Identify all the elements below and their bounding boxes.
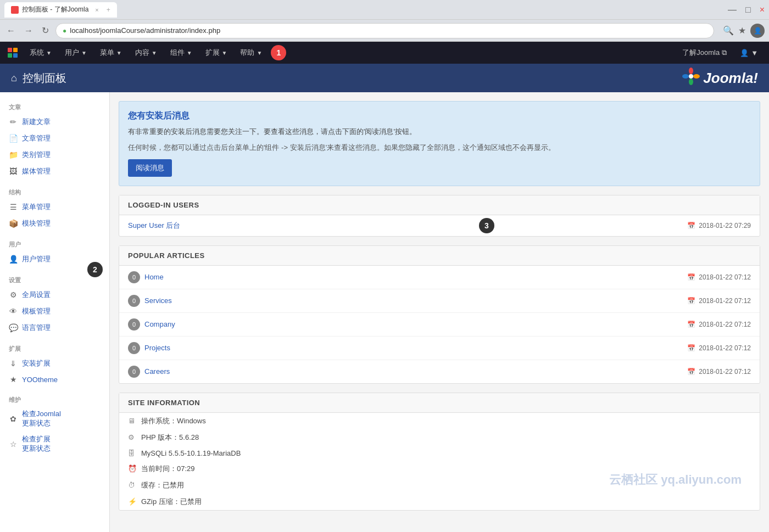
secure-icon: ● bbox=[63, 27, 66, 35]
topnav-num-circle-1: 1 bbox=[271, 45, 286, 60]
svg-point-4 bbox=[689, 74, 693, 79]
sidebar-item-global-config[interactable]: ⚙ 全局设置 bbox=[0, 287, 109, 303]
popular-row-2: 0 Company 📅 2018-01-22 07:12 bbox=[119, 313, 760, 337]
info-row-os: 🖥 操作系统：Windows bbox=[119, 413, 760, 429]
external-link-icon: ⧉ bbox=[722, 48, 727, 57]
content-area: 您有安装后消息 有非常重要的安装后消息需要您关注一下。要查看这些消息，请点击下面… bbox=[110, 92, 769, 532]
nav-menu-arrow: ▼ bbox=[116, 50, 122, 56]
win-minimize-btn[interactable]: — bbox=[728, 5, 737, 15]
win-maximize-btn[interactable]: □ bbox=[745, 5, 751, 15]
info-row-cache: ⏱ 缓存：已禁用 bbox=[119, 477, 760, 494]
refresh-btn[interactable]: ↻ bbox=[40, 23, 51, 38]
sidebar-item-language-manage[interactable]: 💬 语言管理 bbox=[0, 320, 109, 336]
joomla-flower-icon bbox=[681, 66, 701, 90]
calendar-icon-0: 📅 bbox=[687, 273, 695, 281]
search-icon[interactable]: 🔍 bbox=[723, 25, 734, 36]
new-tab-btn[interactable]: + bbox=[107, 6, 110, 14]
win-close-btn[interactable]: × bbox=[760, 5, 765, 15]
nav-system-arrow: ▼ bbox=[46, 50, 52, 56]
sidebar-num-circle-2: 2 bbox=[87, 262, 103, 277]
nav-help[interactable]: 帮助 ▼ bbox=[233, 42, 269, 64]
article-date-1: 📅 2018-01-22 07:12 bbox=[687, 297, 751, 305]
article-date-3: 📅 2018-01-22 07:12 bbox=[687, 344, 751, 352]
info-row-gzip: ⚡ GZip 压缩：已禁用 bbox=[119, 494, 760, 510]
sidebar-item-install-extend[interactable]: ⇓ 安装扩展 bbox=[0, 355, 109, 372]
home-icon: ⌂ bbox=[11, 72, 17, 84]
dashboard-title-area: ⌂ 控制面板 bbox=[11, 71, 66, 86]
bookmark-icon[interactable]: ★ bbox=[738, 25, 746, 36]
page-title: 控制面板 bbox=[23, 71, 66, 86]
post-install-box: 您有安装后消息 有非常重要的安装后消息需要您关注一下。要查看这些消息，请点击下面… bbox=[119, 101, 760, 186]
sidebar-item-article-manage[interactable]: 📄 文章管理 bbox=[0, 130, 109, 147]
sidebar-label-check-extend: 检查扩展更新状态 bbox=[22, 435, 51, 453]
calendar-icon-2: 📅 bbox=[687, 321, 695, 328]
popular-row-4: 0 Careers 📅 2018-01-22 07:12 bbox=[119, 360, 760, 383]
article-num-1: 0 bbox=[128, 295, 140, 307]
svg-point-8 bbox=[682, 74, 689, 79]
article-date-2: 📅 2018-01-22 07:12 bbox=[687, 321, 751, 328]
nav-menu[interactable]: 菜单 ▼ bbox=[93, 42, 129, 64]
sidebar-label-yootheme: YOOtheme bbox=[22, 376, 58, 384]
dashboard-header: ⌂ 控制面板 Joomla! bbox=[0, 64, 769, 92]
article-num-2: 0 bbox=[128, 318, 140, 331]
article-link-2[interactable]: Company bbox=[144, 320, 175, 328]
tab-close-btn[interactable]: × bbox=[95, 7, 98, 13]
sidebar-item-yootheme[interactable]: ★ YOOtheme bbox=[0, 372, 109, 387]
user-menu[interactable]: 👤 ▼ bbox=[735, 42, 762, 64]
sidebar-item-check-joomla[interactable]: ✿ 检查Joomlal更新状态 bbox=[0, 406, 109, 432]
sidebar-item-menu-manage[interactable]: ☰ 菜单管理 bbox=[0, 199, 109, 215]
sidebar-label-category-manage: 类别管理 bbox=[22, 150, 51, 160]
content-num-circle-3: 3 bbox=[479, 218, 494, 233]
sidebar-item-template-manage[interactable]: 👁 模板管理 bbox=[0, 303, 109, 320]
article-num-0: 0 bbox=[128, 271, 140, 283]
calendar-icon-3: 📅 bbox=[687, 344, 695, 352]
sidebar-item-module-manage[interactable]: 📦 模块管理 bbox=[0, 215, 109, 232]
nav-system[interactable]: 系统 ▼ bbox=[23, 42, 58, 64]
nav-extend[interactable]: 扩展 ▼ bbox=[199, 42, 234, 64]
edit-icon: ✏ bbox=[9, 117, 18, 126]
forward-btn[interactable]: → bbox=[22, 24, 35, 38]
article-num-3: 0 bbox=[128, 342, 140, 354]
clock-icon: ⏰ bbox=[128, 464, 137, 473]
address-input[interactable]: ● localhost/joomlaCourse/administrator/i… bbox=[55, 23, 714, 38]
article-link-4[interactable]: Careers bbox=[144, 367, 170, 376]
window-controls: — □ × bbox=[728, 5, 765, 15]
article-link-1[interactable]: Services bbox=[144, 296, 172, 305]
article-link-3[interactable]: Projects bbox=[144, 344, 170, 352]
post-install-text2: 任何时候，您都可以通过点击后台菜单上的'组件 -> 安装后消息'来查看这些消息。… bbox=[128, 142, 751, 154]
nav-content[interactable]: 内容 ▼ bbox=[129, 42, 164, 64]
read-messages-btn[interactable]: 阅读消息 bbox=[128, 159, 172, 177]
nav-component[interactable]: 组件 ▼ bbox=[164, 42, 199, 64]
sidebar-label-template-manage: 模板管理 bbox=[22, 306, 51, 316]
sidebar-label-module-manage: 模块管理 bbox=[22, 219, 51, 228]
nav-user[interactable]: 用户 ▼ bbox=[58, 42, 93, 64]
article-link-0[interactable]: Home bbox=[144, 273, 164, 281]
sidebar-label-global-config: 全局设置 bbox=[22, 290, 51, 300]
gear-icon: ⚙ bbox=[9, 290, 18, 299]
php-icon: ⚙ bbox=[128, 433, 137, 441]
sidebar: 文章 ✏ 新建文章 📄 文章管理 📁 类别管理 🖼 媒体管理 结构 ☰ 菜单管理… bbox=[0, 92, 110, 532]
monitor-icon: 🖥 bbox=[128, 417, 137, 425]
back-btn[interactable]: ← bbox=[4, 24, 18, 38]
topnav-right: 了解Joomla ⧉ 👤 ▼ bbox=[678, 42, 762, 64]
joomla-logo-icon[interactable] bbox=[7, 47, 19, 59]
eye-icon: 👁 bbox=[9, 307, 18, 316]
logged-in-date: 📅 2018-01-22 07:29 bbox=[687, 222, 751, 229]
joomla-check-icon: ✿ bbox=[9, 415, 18, 423]
svg-point-5 bbox=[689, 68, 693, 74]
browser-tab[interactable]: 控制面板 - 了解Joomla × + bbox=[4, 2, 117, 18]
db-icon: 🗄 bbox=[128, 449, 137, 457]
logged-in-header: LOGGED-IN USERS bbox=[119, 195, 760, 215]
sidebar-item-category-manage[interactable]: 📁 类别管理 bbox=[0, 147, 109, 163]
profile-circle[interactable]: 👤 bbox=[750, 24, 765, 38]
sidebar-item-new-article[interactable]: ✏ 新建文章 bbox=[0, 114, 109, 130]
sidebar-item-media-manage[interactable]: 🖼 媒体管理 bbox=[0, 163, 109, 180]
know-joomla-link[interactable]: 了解Joomla ⧉ bbox=[678, 42, 731, 64]
download-icon: ⇓ bbox=[9, 359, 18, 368]
logged-in-user-link[interactable]: Super User 后台 bbox=[128, 221, 180, 231]
sidebar-item-check-extend[interactable]: ☆ 检查扩展更新状态 bbox=[0, 432, 109, 457]
menu-icon: ☰ bbox=[9, 203, 18, 211]
svg-rect-1 bbox=[13, 48, 18, 52]
svg-rect-2 bbox=[8, 53, 12, 58]
post-install-title: 您有安装后消息 bbox=[128, 110, 751, 122]
